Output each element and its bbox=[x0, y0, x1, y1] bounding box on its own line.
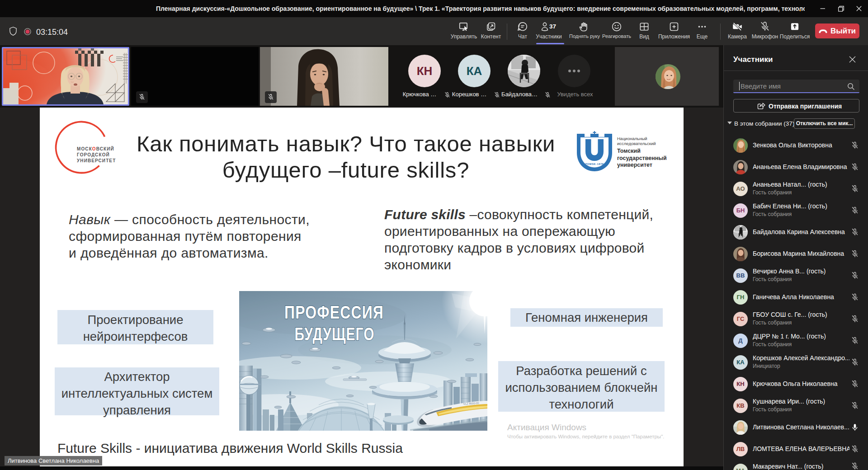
svg-text:TOMSK·1878: TOMSK·1878 bbox=[585, 163, 604, 165]
svg-text:37: 37 bbox=[549, 23, 556, 30]
svg-text:ПРОФЕССИЯ: ПРОФЕССИЯ bbox=[284, 302, 384, 323]
svg-text:БУДУЩЕГО: БУДУЩЕГО bbox=[294, 324, 374, 344]
